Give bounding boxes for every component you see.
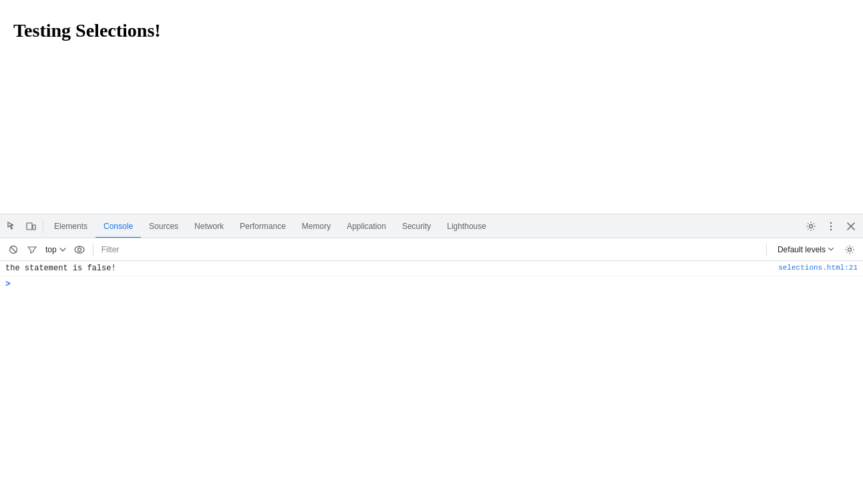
- devtools-panel: Elements Console Sources Network Perform…: [0, 214, 863, 504]
- close-devtools-button[interactable]: [842, 217, 860, 236]
- devtools-toolbar: Elements Console Sources Network Perform…: [0, 214, 863, 238]
- tab-application[interactable]: Application: [339, 215, 394, 238]
- tab-console[interactable]: Console: [96, 215, 141, 238]
- page-content: Testing Selections!: [0, 0, 863, 214]
- live-expressions-button[interactable]: [71, 242, 88, 258]
- tab-performance[interactable]: Performance: [232, 215, 294, 238]
- tab-memory[interactable]: Memory: [294, 215, 339, 238]
- svg-point-7: [75, 246, 84, 253]
- console-settings-button[interactable]: [842, 242, 858, 258]
- device-toggle-button[interactable]: [21, 217, 40, 236]
- svg-point-2: [810, 224, 813, 228]
- svg-point-8: [77, 248, 81, 251]
- svg-rect-1: [33, 225, 35, 230]
- inspect-element-button[interactable]: [3, 217, 21, 236]
- toolbar-right: [802, 217, 860, 236]
- devtools-tabs: Elements Console Sources Network Perform…: [46, 214, 802, 238]
- svg-point-4: [830, 225, 832, 226]
- tab-lighthouse[interactable]: Lighthouse: [439, 215, 494, 238]
- console-separator-2: [766, 243, 767, 256]
- console-log-text: the statement is false!: [5, 264, 773, 273]
- console-output: the statement is false! selections.html:…: [0, 261, 863, 504]
- console-toolbar: top Default levels: [0, 238, 863, 261]
- svg-point-9: [848, 248, 852, 251]
- clear-console-button[interactable]: [5, 242, 21, 258]
- console-log-entry: the statement is false! selections.html:…: [0, 261, 863, 276]
- default-levels-button[interactable]: Default levels: [772, 244, 839, 256]
- more-options-button[interactable]: [822, 217, 840, 236]
- settings-button[interactable]: [802, 217, 820, 236]
- console-log-source[interactable]: selections.html:21: [778, 264, 858, 272]
- filter-input[interactable]: [99, 244, 761, 256]
- tab-security[interactable]: Security: [394, 215, 439, 238]
- svg-point-5: [830, 228, 832, 230]
- console-prompt[interactable]: >: [0, 276, 863, 292]
- toolbar-separator-1: [43, 220, 43, 233]
- svg-rect-0: [27, 223, 32, 230]
- console-separator-1: [93, 243, 94, 256]
- svg-point-3: [830, 222, 832, 223]
- context-value: top: [45, 245, 57, 254]
- context-selector[interactable]: top: [43, 242, 69, 258]
- filter-console-button[interactable]: [24, 242, 40, 258]
- page-title: Testing Selections!: [13, 20, 850, 41]
- tab-network[interactable]: Network: [186, 215, 232, 238]
- tab-sources[interactable]: Sources: [141, 215, 186, 238]
- tab-elements[interactable]: Elements: [46, 215, 96, 238]
